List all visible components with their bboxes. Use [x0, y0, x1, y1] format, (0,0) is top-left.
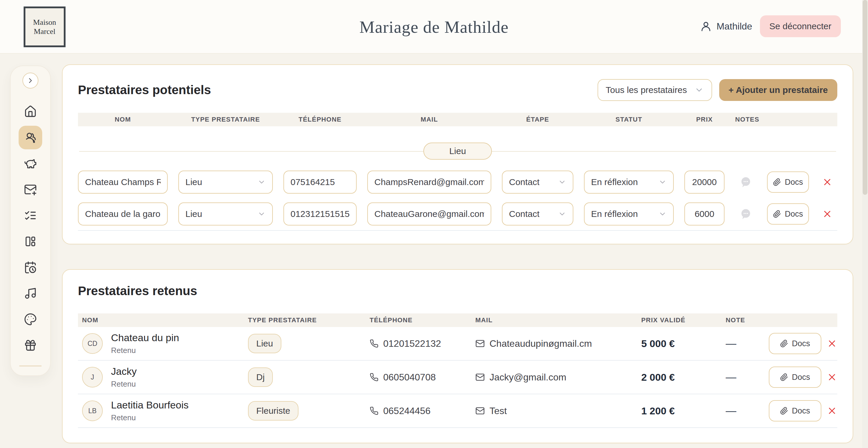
type-chip: Lieu: [248, 334, 281, 353]
delete-x-icon: [827, 406, 837, 416]
mail-cell: Chateaudupinøgmail.cm: [475, 338, 641, 349]
add-vendor-button[interactable]: + Ajouter un prestataire: [719, 79, 837, 101]
potential-table-header: NOM TYPE PRESTATAIRE TÉLÉPHONE MAIL ÉTAP…: [78, 113, 837, 126]
home-icon: [24, 105, 37, 118]
top-header: Maison Marcel Mariage de Mathilde Mathil…: [0, 0, 868, 54]
vendor-filter-select[interactable]: Tous les prestataires: [597, 79, 712, 101]
sidebar-item-tasks[interactable]: [19, 204, 42, 227]
delete-row-button[interactable]: [819, 177, 835, 187]
vendor-phone-input[interactable]: [283, 170, 356, 194]
chevron-down-icon: [558, 178, 566, 186]
notes-bubble-button[interactable]: [735, 175, 756, 189]
potential-vendors-card: Prestataires potentiels Tous les prestat…: [62, 64, 853, 244]
vendor-statut-select[interactable]: En réflexion: [584, 202, 674, 225]
phone-icon: [370, 406, 378, 415]
users-icon: [24, 131, 37, 144]
delete-row-button[interactable]: [822, 406, 843, 416]
vendor-name-input[interactable]: [78, 202, 168, 225]
docs-button[interactable]: Docs: [769, 333, 822, 354]
vendor-mail-input[interactable]: [367, 202, 491, 225]
col-prix-valide: PRIX VALIDÉ: [641, 316, 726, 324]
vendor-etape-select[interactable]: Contact: [502, 170, 574, 194]
col-telephone: TÉLÉPHONE: [370, 316, 475, 324]
col-note: NOTE: [726, 316, 769, 324]
col-prix: PRIX: [684, 116, 724, 123]
sidebar-divider: [19, 365, 42, 366]
retained-row: LB Laetitia Bourfeois Retenu Fleuriste 0…: [78, 394, 837, 428]
chevron-down-icon: [558, 210, 566, 218]
scrollbar-track[interactable]: [862, 0, 868, 448]
retained-card-title: Prestataires retenus: [78, 284, 837, 298]
sidebar-item-theme[interactable]: [19, 308, 42, 331]
col-notes: NOTES: [735, 116, 756, 123]
group-divider-lieu: Lieu: [78, 142, 837, 160]
validated-price: 2 000 €: [641, 372, 726, 383]
sidebar-item-prestataires[interactable]: [19, 126, 42, 149]
chevron-down-icon: [257, 178, 266, 186]
sidebar-item-musique[interactable]: [19, 282, 42, 305]
vendor-type-select[interactable]: Lieu: [178, 202, 273, 225]
vendor-phone-input[interactable]: [283, 202, 356, 225]
avatar: CD: [82, 333, 103, 354]
gift-icon: [24, 339, 37, 352]
vendor-etape-select[interactable]: Contact: [502, 202, 574, 225]
sidebar-item-planning[interactable]: [19, 256, 42, 279]
vendor-price-input[interactable]: [684, 202, 724, 225]
delete-row-button[interactable]: [822, 372, 843, 382]
chevron-right-icon: [26, 76, 35, 85]
retained-name: Chateau du pin: [111, 332, 179, 344]
potential-row: Lieu Contact En réflexion Docs: [78, 202, 837, 225]
col-mail: MAIL: [475, 316, 641, 324]
logout-button[interactable]: Se déconnecter: [760, 15, 841, 37]
sidebar-item-invitations[interactable]: [19, 178, 42, 201]
docs-button[interactable]: Docs: [767, 203, 809, 225]
vendor-mail-input[interactable]: [367, 170, 491, 194]
type-chip: Fleuriste: [248, 401, 299, 421]
retained-vendors-card: Prestataires retenus NOM TYPE PRESTATAIR…: [62, 269, 853, 443]
paperclip-icon: [780, 340, 788, 348]
sidebar-expand-button[interactable]: [23, 73, 38, 89]
delete-row-button[interactable]: [819, 209, 835, 219]
mail-plus-icon: [24, 183, 37, 196]
col-type: TYPE PRESTATAIRE: [178, 116, 273, 123]
mail-cell: Test: [475, 406, 641, 416]
col-mail: MAIL: [367, 116, 491, 123]
music-icon: [24, 287, 37, 300]
piggy-bank-icon: [24, 157, 37, 170]
sidebar-item-cadeaux[interactable]: [19, 333, 42, 357]
validated-price: 5 000 €: [641, 338, 726, 349]
sidebar-item-budget[interactable]: [19, 152, 42, 175]
speech-bubble-icon: [739, 175, 752, 189]
col-nom: NOM: [82, 316, 248, 324]
col-statut: STATUT: [584, 116, 674, 123]
avatar: J: [82, 367, 103, 387]
phone-cell: 065244456: [370, 406, 475, 416]
phone-icon: [370, 373, 378, 382]
retained-row: J Jacky Retenu Dj 0605040708 Jacky@gmail…: [78, 361, 837, 394]
retained-table-header: NOM TYPE PRESTATAIRE TÉLÉPHONE MAIL PRIX…: [78, 313, 837, 327]
vendor-price-input[interactable]: [684, 170, 724, 194]
note-value: —: [726, 371, 769, 383]
retained-name: Laetitia Bourfeois: [111, 399, 189, 411]
retained-name: Jacky: [111, 366, 137, 377]
vendor-name-input[interactable]: [78, 170, 168, 194]
retained-status: Retenu: [111, 380, 137, 389]
sidebar-item-home[interactable]: [19, 100, 42, 123]
chevron-down-icon: [658, 178, 666, 186]
notes-bubble-button[interactable]: [735, 207, 756, 220]
docs-button[interactable]: Docs: [769, 366, 822, 388]
docs-button[interactable]: Docs: [767, 171, 809, 193]
vendor-type-select[interactable]: Lieu: [178, 170, 273, 194]
delete-x-icon: [822, 209, 833, 219]
group-label-lieu[interactable]: Lieu: [423, 142, 492, 160]
potential-row: Lieu Contact En réflexion Docs: [78, 170, 837, 194]
calendar-clock-icon: [24, 261, 37, 274]
col-type: TYPE PRESTATAIRE: [248, 316, 370, 324]
sidebar-item-plan-de-table[interactable]: [19, 230, 42, 253]
scrollbar-thumb[interactable]: [863, 0, 867, 195]
envelope-icon: [475, 373, 485, 382]
docs-button[interactable]: Docs: [769, 400, 822, 421]
validated-price: 1 200 €: [641, 405, 726, 417]
delete-row-button[interactable]: [822, 338, 843, 349]
vendor-statut-select[interactable]: En réflexion: [584, 170, 674, 194]
